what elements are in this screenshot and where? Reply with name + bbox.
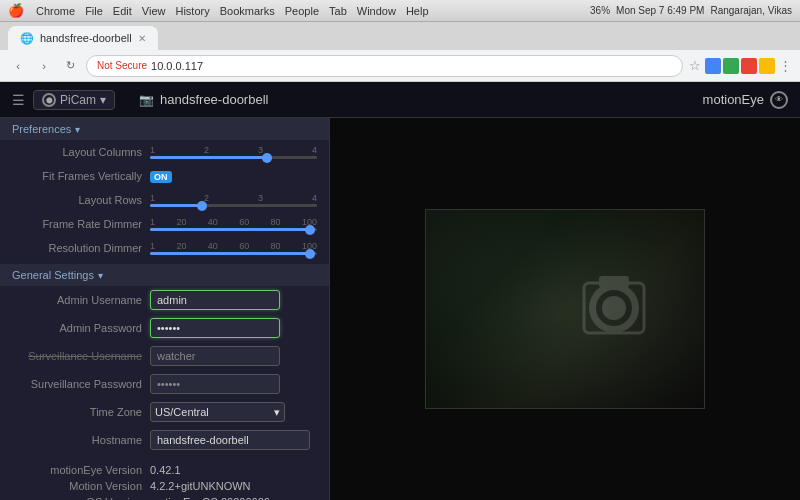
address-bar[interactable]: Not Secure 10.0.0.117 — [86, 55, 683, 77]
resolution-dimmer-slider[interactable]: 120406080100 — [150, 241, 317, 255]
surveillance-username-row: Surveillance Username watcher — [0, 342, 329, 370]
hamburger-icon[interactable]: ☰ — [12, 92, 25, 108]
admin-password-value: •••••• — [150, 318, 317, 338]
fit-frames-toggle[interactable]: ON — [150, 171, 172, 183]
profile-button[interactable]: ⋮ — [779, 58, 792, 73]
layout-rows-row: Layout Rows 1234 — [0, 188, 329, 212]
chrome-extensions: ☆ ⋮ — [689, 58, 792, 74]
os-version-label: OS Version — [12, 496, 142, 500]
chrome-tab-active[interactable]: 🌐 handsfree-doorbell ✕ — [8, 26, 158, 50]
resolution-dimmer-row: Resolution Dimmer 120406080100 — [0, 236, 329, 260]
admin-username-input[interactable]: admin — [150, 290, 280, 310]
mac-menus: Chrome File Edit View History Bookmarks … — [36, 5, 429, 17]
ext-icon-3 — [741, 58, 757, 74]
fit-frames-row: Fit Frames Vertically ON — [0, 164, 329, 188]
camera-silhouette-icon — [564, 268, 664, 348]
camera-selector[interactable]: ⬤ PiCam ▾ — [33, 90, 115, 110]
extension-icons — [705, 58, 775, 74]
frame-rate-row: Frame Rate Dimmer 120406080100 — [0, 212, 329, 236]
menu-bookmarks[interactable]: Bookmarks — [220, 5, 275, 17]
hostname-row: Hostname handsfree-doorbell — [0, 426, 329, 454]
battery-indicator: 36% — [590, 5, 610, 16]
ext-icon-2 — [723, 58, 739, 74]
timezone-select[interactable]: US/Central ▾ — [150, 402, 285, 422]
surveillance-username-input[interactable]: watcher — [150, 346, 280, 366]
app-header: ☰ ⬤ PiCam ▾ 📷 handsfree-doorbell motionE… — [0, 82, 800, 118]
forward-button[interactable]: › — [34, 56, 54, 76]
surveillance-password-label: Surveillance Password — [12, 378, 142, 390]
camera-name: PiCam — [60, 93, 96, 107]
menu-tab[interactable]: Tab — [329, 5, 347, 17]
main-content: Preferences ▾ Layout Columns 1234 — [0, 118, 800, 500]
motioneye-version-label: motionEye Version — [12, 464, 142, 476]
admin-password-input[interactable]: •••••• — [150, 318, 280, 338]
fit-frames-value: ON — [150, 169, 317, 183]
motioneye-version-value: 0.42.1 — [150, 464, 181, 476]
preferences-header[interactable]: Preferences ▾ — [0, 118, 329, 140]
menu-file[interactable]: File — [85, 5, 103, 17]
frame-rate-thumb[interactable] — [305, 225, 315, 235]
surveillance-username-value: watcher — [150, 346, 317, 366]
settings-panel: Preferences ▾ Layout Columns 1234 — [0, 118, 330, 500]
resolution-dimmer-thumb[interactable] — [305, 249, 315, 259]
chrome-addressbar: ‹ › ↻ Not Secure 10.0.0.117 ☆ ⋮ — [0, 50, 800, 82]
tab-close-button[interactable]: ✕ — [138, 33, 146, 44]
surveillance-password-input[interactable]: •••••• — [150, 374, 280, 394]
general-settings-chevron: ▾ — [98, 270, 103, 281]
surveillance-password-value: •••••• — [150, 374, 317, 394]
layout-columns-track — [150, 156, 317, 159]
bookmark-star[interactable]: ☆ — [689, 58, 701, 73]
resolution-dimmer-track — [150, 252, 317, 255]
admin-username-row: Admin Username admin — [0, 286, 329, 314]
device-name-text: handsfree-doorbell — [160, 92, 268, 107]
camera-icon: ⬤ — [42, 93, 56, 107]
preferences-chevron: ▾ — [75, 124, 80, 135]
layout-rows-label: Layout Rows — [12, 194, 142, 206]
surveillance-username-label: Surveillance Username — [12, 350, 142, 362]
ext-icon-1 — [705, 58, 721, 74]
os-version-value: motionEyeOS 20200606 — [150, 496, 270, 500]
menu-history[interactable]: History — [175, 5, 209, 17]
hostname-input[interactable]: handsfree-doorbell — [150, 430, 310, 450]
menu-edit[interactable]: Edit — [113, 5, 132, 17]
address-text: 10.0.0.117 — [151, 60, 203, 72]
fit-frames-label: Fit Frames Vertically — [12, 170, 142, 182]
admin-password-label: Admin Password — [12, 322, 142, 334]
preferences-label: Preferences — [12, 123, 71, 135]
header-left: ☰ ⬤ PiCam ▾ 📷 handsfree-doorbell — [12, 90, 268, 110]
svg-rect-4 — [599, 276, 629, 288]
layout-columns-row: Layout Columns 1234 — [0, 140, 329, 164]
menu-help[interactable]: Help — [406, 5, 429, 17]
timezone-row: Time Zone US/Central ▾ — [0, 398, 329, 426]
menu-chrome[interactable]: Chrome — [36, 5, 75, 17]
layout-rows-slider[interactable]: 1234 — [150, 193, 317, 207]
username: Rangarajan, Vikas — [710, 5, 792, 16]
motion-version-value: 4.2.2+gitUNKNOWN — [150, 480, 251, 492]
apple-icon[interactable]: 🍎 — [8, 3, 24, 18]
resolution-dimmer-fill — [150, 252, 309, 255]
layout-rows-track — [150, 204, 317, 207]
back-button[interactable]: ‹ — [8, 56, 28, 76]
select-arrow-icon: ▾ — [274, 406, 280, 419]
timezone-label: Time Zone — [12, 406, 142, 418]
motioneye-logo: motionEye — [703, 92, 764, 107]
layout-columns-thumb[interactable] — [262, 153, 272, 163]
hostname-label: Hostname — [12, 434, 142, 446]
frame-rate-label: Frame Rate Dimmer — [12, 218, 142, 230]
motioneye-icon: 👁 — [770, 91, 788, 109]
general-settings-header[interactable]: General Settings ▾ — [0, 264, 329, 286]
admin-password-row: Admin Password •••••• — [0, 314, 329, 342]
reload-button[interactable]: ↻ — [60, 56, 80, 76]
layout-columns-slider[interactable]: 1234 — [150, 145, 317, 159]
layout-columns-fill — [150, 156, 267, 159]
motioneye-version-row: motionEye Version 0.42.1 — [0, 462, 329, 478]
timezone-value: US/Central ▾ — [150, 402, 317, 422]
layout-rows-thumb[interactable] — [197, 201, 207, 211]
menu-people[interactable]: People — [285, 5, 319, 17]
surveillance-password-row: Surveillance Password •••••• — [0, 370, 329, 398]
layout-rows-fill — [150, 204, 200, 207]
menu-view[interactable]: View — [142, 5, 166, 17]
frame-rate-slider[interactable]: 120406080100 — [150, 217, 317, 231]
tab-favicon: 🌐 — [20, 32, 34, 45]
menu-window[interactable]: Window — [357, 5, 396, 17]
